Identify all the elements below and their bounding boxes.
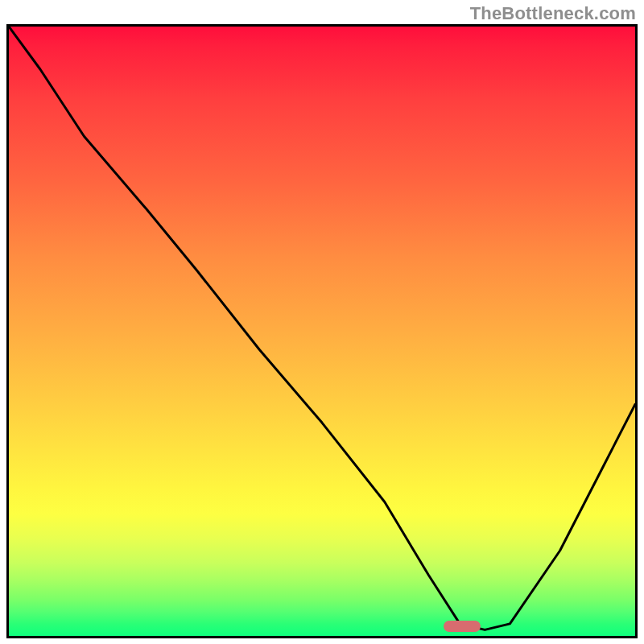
optimum-marker	[444, 621, 481, 632]
bottleneck-curve-line	[9, 27, 635, 636]
chart-frame	[6, 24, 638, 638]
site-watermark: TheBottleneck.com	[470, 3, 636, 24]
